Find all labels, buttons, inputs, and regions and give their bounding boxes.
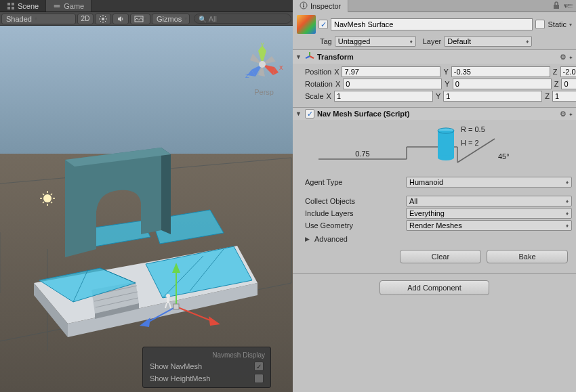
svg-point-39 — [166, 294, 170, 298]
lighting-toggle-button[interactable] — [95, 14, 111, 24]
clear-button[interactable]: Clear — [400, 250, 481, 263]
svg-rect-59 — [554, 5, 559, 9]
scene-search-input[interactable]: 🔍 All — [194, 14, 291, 24]
tag-label: Tag — [320, 37, 332, 45]
layer-value: Default — [447, 37, 471, 45]
scale-label: Scale — [305, 92, 324, 100]
layer-label: Layer — [423, 37, 442, 45]
gizmos-label: Gizmos — [157, 15, 182, 23]
rotation-label: Rotation — [305, 80, 333, 88]
svg-text:y: y — [260, 43, 264, 47]
z-label: Z — [545, 92, 550, 100]
static-checkbox[interactable]: ✓ — [535, 20, 545, 29]
bake-button[interactable]: Bake — [487, 250, 568, 263]
include-layers-label: Include Layers — [305, 209, 403, 217]
component-menu-icon[interactable]: ⚙ ✦ — [560, 110, 573, 118]
scale-y-input[interactable] — [443, 91, 542, 102]
search-placeholder: All — [209, 15, 217, 23]
svg-rect-1 — [12, 3, 14, 5]
svg-line-28 — [43, 194, 44, 195]
panel-menu-icon[interactable]: ▾≡ — [565, 1, 573, 10]
static-label: Static — [548, 20, 567, 28]
rotation-y-input[interactable] — [453, 79, 552, 89]
z-label: Z — [553, 68, 558, 76]
y-label: Y — [436, 92, 440, 100]
add-component-button[interactable]: Add Component — [379, 280, 489, 295]
position-label: Position — [305, 68, 331, 76]
tab-game[interactable]: Game — [46, 0, 91, 12]
svg-rect-38 — [173, 304, 179, 309]
svg-line-31 — [51, 194, 52, 195]
tab-inspector[interactable]: Inspector — [293, 0, 348, 12]
navmesh-surface-component: ▼ ✓ Nav Mesh Surface (Script) ⚙ ✦ 0.75 4… — [293, 108, 576, 274]
svg-line-11 — [100, 21, 101, 22]
svg-rect-3 — [12, 7, 14, 9]
svg-point-57 — [303, 3, 304, 5]
game-tab-icon — [53, 2, 61, 10]
navmesh-display-title: Navmesh Display — [146, 350, 268, 360]
scene-viewport[interactable]: y x z Persp Navmesh Display Show NavMesh… — [0, 26, 293, 392]
rotation-x-input[interactable] — [343, 79, 442, 89]
chevron-icon: ♦ — [526, 39, 529, 45]
transform-title: Transform — [317, 53, 354, 61]
gizmos-dropdown[interactable]: Gizmos ▾ — [152, 14, 190, 24]
y-label: Y — [445, 80, 449, 88]
show-heightmesh-checkbox[interactable] — [254, 374, 264, 383]
tag-dropdown[interactable]: Untagged ♦ — [335, 36, 416, 47]
sun-icon — [99, 15, 107, 23]
svg-line-12 — [105, 16, 106, 17]
component-menu-icon[interactable]: ⚙ ✦ — [560, 53, 573, 62]
navmesh-surface-title: Nav Mesh Surface (Script) — [317, 110, 409, 118]
gameobject-icon[interactable] — [297, 15, 316, 34]
transform-component: ▼ Transform ⚙ ✦ Position X Y Z Rotation … — [293, 50, 576, 108]
tab-scene[interactable]: Scene — [0, 0, 46, 12]
show-navmesh-checkbox[interactable]: ✓ — [254, 362, 264, 371]
svg-line-62 — [306, 56, 310, 58]
svg-line-61 — [310, 56, 314, 58]
shading-mode-dropdown[interactable]: Shaded ▾ — [1, 14, 76, 24]
navmesh-surface-header[interactable]: ▼ ✓ Nav Mesh Surface (Script) ⚙ ✦ — [293, 108, 576, 120]
agent-type-value: Humanoid — [409, 178, 443, 186]
toggle-2d-button[interactable]: 2D — [77, 14, 94, 24]
gameobject-active-checkbox[interactable]: ✓ — [318, 20, 328, 29]
chevron-icon: ♦ — [566, 198, 569, 204]
svg-text:x: x — [279, 63, 283, 71]
svg-point-52 — [259, 61, 266, 68]
z-label: Z — [554, 80, 559, 88]
scale-z-input[interactable] — [552, 91, 576, 102]
speaker-icon — [117, 15, 125, 23]
svg-text:z: z — [245, 71, 249, 79]
svg-text:H = 2: H = 2 — [461, 139, 479, 147]
position-y-input[interactable] — [451, 66, 550, 77]
include-layers-dropdown[interactable]: Everything ♦ — [406, 208, 572, 219]
static-dropdown-icon[interactable]: ▾ — [569, 22, 572, 28]
svg-line-30 — [43, 202, 44, 203]
orientation-gizmo[interactable]: y x z — [242, 43, 283, 83]
component-enabled-checkbox[interactable]: ✓ — [305, 109, 314, 118]
transform-header[interactable]: ▼ Transform ⚙ ✦ — [293, 50, 576, 64]
scene-tab-icon — [7, 2, 15, 10]
chevron-icon: ♦ — [566, 223, 569, 229]
chevron-icon: ♦ — [410, 39, 413, 45]
perspective-label[interactable]: Persp — [254, 88, 274, 96]
svg-text:45°: 45° — [498, 152, 510, 160]
advanced-foldout-icon[interactable]: ▶ — [305, 236, 312, 242]
agent-type-dropdown[interactable]: Humanoid ♦ — [406, 177, 572, 188]
collect-objects-value: All — [409, 197, 417, 205]
advanced-label[interactable]: Advanced — [314, 235, 348, 243]
svg-rect-2 — [7, 7, 10, 9]
gameobject-name-input[interactable] — [331, 18, 533, 30]
tab-scene-label: Scene — [18, 2, 39, 10]
scale-x-input[interactable] — [334, 91, 433, 102]
inspector-tab-icon — [300, 1, 308, 11]
fx-toggle-button[interactable]: ▾ — [130, 14, 150, 24]
position-x-input[interactable] — [342, 66, 440, 77]
position-z-input[interactable] — [560, 66, 576, 77]
x-label: X — [334, 68, 339, 76]
collect-objects-dropdown[interactable]: All ♦ — [406, 196, 572, 206]
layer-dropdown[interactable]: Default ♦ — [444, 36, 532, 47]
audio-toggle-button[interactable] — [112, 14, 129, 24]
use-geometry-dropdown[interactable]: Render Meshes ♦ — [406, 220, 572, 231]
rotation-z-input[interactable] — [561, 79, 576, 89]
lock-icon[interactable] — [553, 1, 560, 11]
